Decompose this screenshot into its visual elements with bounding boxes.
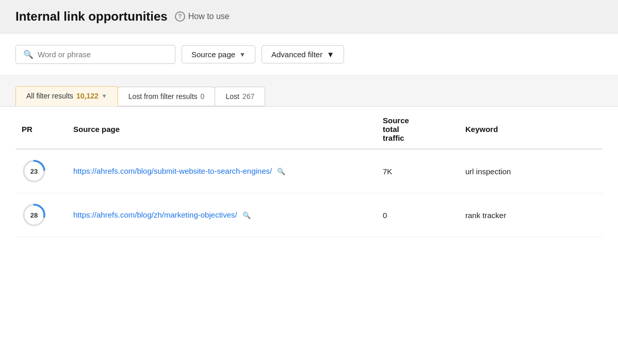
pr-number: 23 xyxy=(30,168,38,175)
search-input-wrap[interactable]: 🔍 xyxy=(15,45,175,64)
col-header-source-page: Source page xyxy=(67,107,377,149)
search-icon: 🔍 xyxy=(277,168,285,175)
help-icon: ? xyxy=(175,11,185,22)
header: Internal link opportunities ? How to use xyxy=(0,0,618,34)
source-page-cell: https://ahrefs.com/blog/zh/marketing-obj… xyxy=(67,193,377,237)
tab-lost[interactable]: Lost 267 xyxy=(215,87,265,106)
keyword-cell: url inspection xyxy=(459,149,603,193)
source-page-dropdown[interactable]: Source page ▼ xyxy=(182,45,255,63)
table-row: 23 https://ahrefs.com/blog/submit-websit… xyxy=(15,149,603,193)
tab-lost-filter-label: Lost from filter results xyxy=(128,92,198,101)
search-icon: 🔍 xyxy=(23,49,34,59)
source-page-cell: https://ahrefs.com/blog/submit-website-t… xyxy=(67,149,377,193)
pr-circle: 23 xyxy=(22,159,46,184)
how-to-use-label: How to use xyxy=(188,12,230,21)
chevron-down-icon: ▼ xyxy=(327,50,334,59)
col-header-pr: PR xyxy=(15,107,67,149)
tab-lost-label: Lost xyxy=(225,92,239,101)
chevron-down-icon: ▼ xyxy=(102,93,107,99)
page-title: Internal link opportunities xyxy=(15,9,168,24)
col-header-traffic: Sourcetotaltraffic xyxy=(377,107,459,149)
chevron-down-icon: ▼ xyxy=(239,51,246,58)
pr-number: 28 xyxy=(30,211,38,219)
search-icon: 🔍 xyxy=(242,211,251,219)
results-table: PR Source page Sourcetotaltraffic Keywor… xyxy=(15,107,603,237)
advanced-filter-label: Advanced filter xyxy=(271,50,322,59)
pr-circle: 28 xyxy=(22,203,46,227)
col-header-keyword: Keyword xyxy=(459,107,603,149)
pr-cell: 23 xyxy=(15,149,67,193)
how-to-use-link[interactable]: ? How to use xyxy=(175,11,230,22)
tab-all-label: All filter results xyxy=(26,92,73,100)
search-input[interactable] xyxy=(38,50,168,59)
advanced-filter-button[interactable]: Advanced filter ▼ xyxy=(262,45,344,63)
tab-all-filter-results[interactable]: All filter results 10,122 ▼ xyxy=(15,86,118,106)
table-header-row: PR Source page Sourcetotaltraffic Keywor… xyxy=(15,107,603,149)
tab-lost-from-filter[interactable]: Lost from filter results 0 xyxy=(118,87,216,106)
keyword-cell: rank tracker xyxy=(459,193,603,237)
pr-cell: 28 xyxy=(15,193,67,237)
tab-all-count: 10,122 xyxy=(76,92,99,100)
source-page-link[interactable]: https://ahrefs.com/blog/submit-website-t… xyxy=(73,167,272,175)
filter-bar: 🔍 Source page ▼ Advanced filter ▼ xyxy=(0,34,618,76)
tab-lost-count: 267 xyxy=(242,92,254,101)
traffic-cell: 0 xyxy=(377,193,459,237)
tab-lost-filter-count: 0 xyxy=(201,92,205,101)
source-page-link[interactable]: https://ahrefs.com/blog/zh/marketing-obj… xyxy=(73,210,237,219)
table-row: 28 https://ahrefs.com/blog/zh/marketing-… xyxy=(15,193,603,237)
traffic-cell: 7K xyxy=(377,149,459,193)
tabs-section: All filter results 10,122 ▼ Lost from fi… xyxy=(0,76,618,107)
table-section: PR Source page Sourcetotaltraffic Keywor… xyxy=(0,107,618,237)
source-page-label: Source page xyxy=(191,50,235,59)
